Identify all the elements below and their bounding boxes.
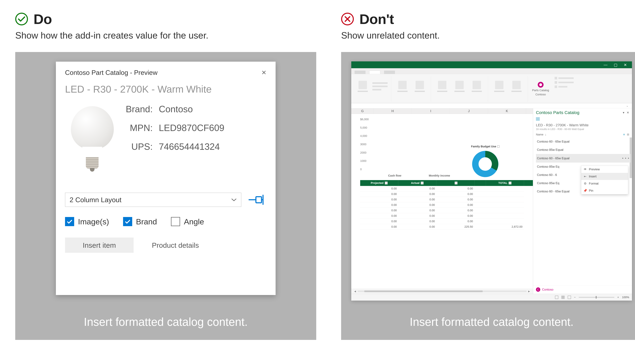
- close-icon[interactable]: ✕: [261, 69, 267, 76]
- sort-asc-icon[interactable]: ↓: [545, 133, 546, 136]
- view-grid-icon[interactable]: ⊞: [627, 133, 629, 136]
- cell[interactable]: 0.00: [436, 197, 475, 202]
- cell[interactable]: 0.00: [436, 186, 475, 192]
- insert-item-button[interactable]: Insert item: [65, 238, 134, 253]
- minimize-icon[interactable]: —: [604, 63, 607, 67]
- maximize-icon[interactable]: ▢: [614, 63, 617, 67]
- spreadsheet[interactable]: G H I J K $6,000 5,000 4,000: [351, 108, 533, 294]
- cell[interactable]: 0.00: [360, 219, 398, 224]
- checkbox-angle[interactable]: Angle: [171, 217, 204, 226]
- cell[interactable]: 0.00: [360, 197, 398, 202]
- ribbon-tab-active[interactable]: [369, 71, 380, 74]
- ribbon-button[interactable]: [469, 77, 484, 96]
- ribbon-button[interactable]: [435, 77, 450, 96]
- table-row[interactable]: 0.000.000.00: [360, 197, 533, 202]
- table-row[interactable]: 0.000.000.00: [360, 192, 533, 197]
- table-row[interactable]: 0.000.000.00: [360, 219, 533, 224]
- cell[interactable]: 0.00: [398, 192, 436, 197]
- cell[interactable]: [486, 202, 524, 208]
- checkbox-brand[interactable]: Brand: [123, 217, 157, 226]
- more-icon[interactable]: • • •: [622, 156, 629, 160]
- table-row[interactable]: 0.000.000.00: [360, 208, 533, 213]
- layout-dropdown[interactable]: 2 Column Layout: [65, 193, 241, 207]
- col-head[interactable]: H: [374, 108, 412, 114]
- col-head[interactable]: I: [412, 108, 450, 114]
- ribbon-tab[interactable]: [355, 71, 365, 74]
- taskpane-menu-icon[interactable]: ▾: [623, 111, 624, 114]
- cell[interactable]: [475, 208, 486, 213]
- cell[interactable]: 0.00: [360, 213, 398, 219]
- cell[interactable]: 0.00: [436, 213, 475, 219]
- filter-icon[interactable]: [421, 182, 424, 184]
- cell[interactable]: [475, 219, 486, 224]
- cell[interactable]: 0.00: [398, 213, 436, 219]
- cell[interactable]: [475, 192, 486, 197]
- chart-options-icon[interactable]: [497, 145, 500, 148]
- ctx-preview[interactable]: 👁Preview: [581, 166, 628, 173]
- cell[interactable]: 0.00: [398, 197, 436, 202]
- cell[interactable]: [486, 197, 524, 202]
- cell[interactable]: [475, 213, 486, 219]
- bar-chart[interactable]: $6,000 5,000 4,000 3000 2000 1000 0: [360, 118, 462, 178]
- view-break-icon[interactable]: [568, 296, 571, 299]
- cell[interactable]: 0.00: [398, 224, 436, 230]
- hamburger-icon[interactable]: [533, 117, 632, 123]
- table-row[interactable]: 0.000.000.00: [360, 186, 533, 192]
- cell[interactable]: 0.00: [398, 208, 436, 213]
- cell[interactable]: 0.00: [436, 202, 475, 208]
- ctx-pin[interactable]: 📌Pin: [581, 187, 628, 194]
- cell[interactable]: [475, 186, 486, 192]
- table-row[interactable]: 0.000.000.00: [360, 202, 533, 208]
- zoom-in-icon[interactable]: +: [617, 296, 619, 299]
- col-head[interactable]: K: [488, 108, 526, 114]
- cell[interactable]: 0.00: [360, 224, 398, 230]
- cell[interactable]: 0.00: [360, 192, 398, 197]
- ribbon-tab[interactable]: [384, 71, 395, 74]
- cell[interactable]: [475, 197, 486, 202]
- list-item[interactable]: Contoso 60 - 65w Equal: [536, 138, 630, 146]
- cell[interactable]: 0.00: [436, 192, 475, 197]
- cell[interactable]: 0.00: [360, 202, 398, 208]
- list-item[interactable]: Contoso 85w Equal: [536, 146, 630, 154]
- ribbon-button[interactable]: [412, 77, 427, 96]
- ctx-format[interactable]: ⚙Format: [581, 180, 628, 187]
- zoom-out-icon[interactable]: −: [574, 296, 576, 299]
- ribbon-button[interactable]: [509, 77, 524, 96]
- ctx-insert[interactable]: ⇤Insert: [581, 173, 628, 180]
- filter-icon[interactable]: [385, 182, 388, 184]
- cell[interactable]: 225.50: [436, 224, 475, 230]
- ribbon-button[interactable]: [492, 77, 507, 96]
- scroll-thumb[interactable]: [364, 290, 483, 292]
- product-details-button[interactable]: Product details: [139, 238, 211, 253]
- view-page-icon[interactable]: [561, 296, 565, 299]
- col-head[interactable]: G: [351, 108, 374, 114]
- scroll-left-icon[interactable]: ◀: [354, 290, 356, 292]
- cell[interactable]: 0.00: [360, 186, 398, 192]
- scroll-right-icon[interactable]: ▶: [528, 290, 530, 292]
- view-normal-icon[interactable]: [555, 296, 558, 299]
- table-row[interactable]: 0.000.000.00: [360, 213, 533, 219]
- cell[interactable]: 0.00: [436, 219, 475, 224]
- cell[interactable]: [486, 219, 524, 224]
- avatar[interactable]: C: [536, 288, 540, 292]
- cell[interactable]: 0.00: [398, 219, 436, 224]
- checkbox-images[interactable]: Image(s): [65, 217, 109, 226]
- cell[interactable]: [475, 202, 486, 208]
- cell[interactable]: 0.00: [360, 208, 398, 213]
- cell[interactable]: 0.00: [398, 186, 436, 192]
- ribbon-button[interactable]: [355, 77, 370, 96]
- zoom-slider[interactable]: [579, 297, 614, 298]
- table-row[interactable]: 0.000.00225.502,872.00: [360, 224, 533, 230]
- list-item-selected[interactable]: Contoso 60 - 65w Equal • • •: [536, 154, 630, 162]
- cell[interactable]: [486, 186, 524, 192]
- ribbon-button[interactable]: [452, 77, 467, 96]
- donut-chart[interactable]: Family Budget Use: [467, 145, 504, 178]
- cell[interactable]: [475, 224, 486, 230]
- col-head[interactable]: J: [450, 108, 488, 114]
- cell[interactable]: [486, 192, 524, 197]
- filter-icon[interactable]: [509, 182, 511, 184]
- filter-icon[interactable]: [455, 182, 458, 184]
- horizontal-scrollbar[interactable]: ◀ ▶: [351, 289, 533, 294]
- cell[interactable]: 2,872.00: [486, 224, 524, 230]
- cell[interactable]: 0.00: [398, 202, 436, 208]
